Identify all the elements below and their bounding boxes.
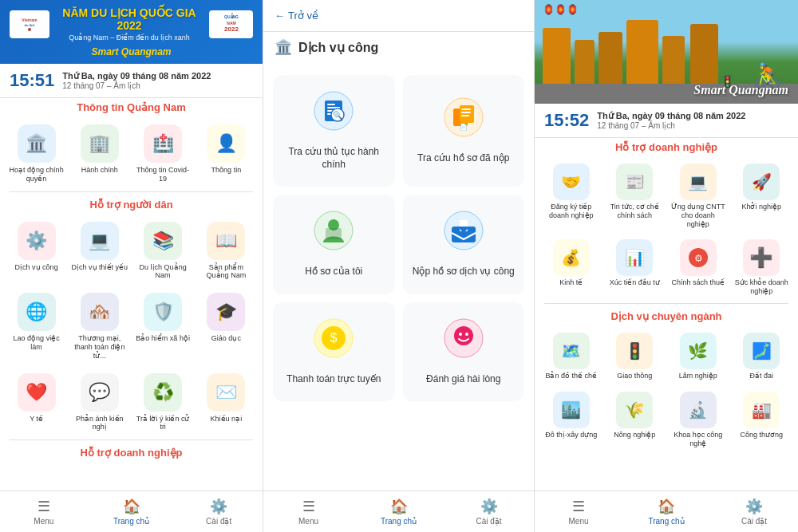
dothi-icon: 🏙️: [553, 392, 590, 428]
list-item[interactable]: 🔬 Khoa học công nghệ: [668, 388, 729, 452]
list-item[interactable]: 💬 Phản ánh kiến nghị: [69, 368, 129, 437]
card-danhgia-label: Đánh giá hài lòng: [426, 373, 500, 386]
list-item[interactable]: 🎓 Giáo dục: [196, 288, 256, 365]
sanpham-icon: 📖: [207, 222, 245, 260]
nav-settings-2[interactable]: ⚙️ Cài đặt: [444, 491, 534, 532]
back-button[interactable]: ← Trở về: [275, 10, 318, 22]
lamnghiep-label: Lâm nghiệp: [679, 372, 717, 380]
list-item[interactable]: 🚦 Giao thông: [605, 329, 666, 384]
panel1-brand: Smart Quangnam: [10, 46, 253, 57]
svg-rect-19: [461, 108, 471, 110]
svg-point-3: [28, 28, 31, 31]
card-nop-hoso-label: Nộp hồ sơ dịch vụ công: [413, 266, 515, 278]
nav-settings-label-1: Cài đặt: [206, 517, 231, 526]
dangky-label: Đăng ký tiếp doanh nghiệp: [543, 203, 600, 220]
nav-settings-1[interactable]: ⚙️ Cài đặt: [175, 491, 263, 532]
list-item[interactable]: 🗺️ Bản đồ thế chế: [541, 329, 602, 384]
list-item[interactable]: ✉️ Khiếu nại: [196, 368, 256, 437]
list-item[interactable]: 💻 Ứng dụng CNTT cho doanh nghiệp: [668, 160, 729, 232]
nav-home-2[interactable]: 🏠 Trang chủ: [354, 491, 444, 532]
dangky-icon: 🤝: [553, 164, 590, 200]
dvc-title-icon: 🏛️: [275, 38, 292, 56]
list-item[interactable]: 🛡️ Bảo hiểm xã hội: [133, 288, 193, 365]
list-item[interactable]: 🌐 Lao động việc làm: [6, 288, 66, 365]
list-item[interactable]: ♻️ Trả lời ý kiến cử tri: [133, 368, 193, 437]
nav-menu-2[interactable]: ☰ Menu: [263, 491, 354, 532]
dulich-label: Du lịch Quảng Nam: [135, 263, 192, 281]
dvc-label: Dịch vụ công: [15, 263, 58, 272]
phananh-label: Phản ánh kiến nghị: [71, 415, 128, 432]
thanhtoan-icon: $: [314, 318, 354, 365]
thong-tin-label: Thông tin: [211, 166, 242, 175]
list-item[interactable]: 📚 Du lịch Quảng Nam: [133, 217, 193, 286]
panel1-time: 15:51: [10, 70, 54, 91]
card-hoso-cuatoi-label: Hồ sơ của tôi: [305, 266, 362, 278]
list-item[interactable]: 🤝 Đăng ký tiếp doanh nghiệp: [541, 160, 602, 232]
list-item[interactable]: 👤 Thông tin: [196, 120, 256, 188]
dulich-icon: 📚: [144, 222, 182, 260]
divider-3: [544, 303, 788, 304]
lantern-decoration: 🏮🏮🏮: [543, 4, 579, 15]
nav-settings-label-3: Cài đặt: [741, 517, 767, 526]
panel-1: Vietnam du lịch NĂM DU LỊCH QUỐC GIA 202…: [0, 0, 263, 532]
card-tracuu-hoso[interactable]: 📄 Tra cứu hồ sơ đã nộp: [403, 75, 525, 187]
list-item[interactable]: ⚙️ Dịch vụ công: [6, 217, 66, 286]
list-item[interactable]: 🏭 Công thương: [732, 388, 792, 452]
section-thong-tin: Thông tin Quảng Nam: [0, 98, 263, 120]
card-thanhtoan-label: Thanh toán trực tuyến: [286, 373, 381, 386]
svg-point-33: [454, 326, 473, 345]
menu-icon-3: ☰: [572, 498, 585, 515]
nav-home-1[interactable]: 🏠 Trang chủ: [88, 491, 176, 532]
khieunai-icon: ✉️: [207, 373, 245, 412]
svg-point-35: [465, 333, 468, 336]
card-tracuu-thutuc[interactable]: 🔍 Tra cứu thủ tục hành chính: [273, 75, 395, 187]
giaoduc-icon: 🎓: [207, 293, 245, 331]
list-item[interactable]: 📰 Tin tức, cơ chế chính sách: [605, 160, 666, 232]
panel3-header-image: 🏮🏮🏮 🚦 🚴 Smart Quangnam: [535, 0, 798, 104]
list-item[interactable]: 🚀 Khởi nghiệp: [732, 160, 792, 232]
list-item[interactable]: ⚙ Chính sách thuế: [668, 235, 729, 300]
tintuc-label: Tin tức, cơ chế chính sách: [606, 203, 664, 220]
kinhte-label: Kinh tế: [559, 278, 583, 287]
main-title-text: NĂM DU LỊCH QUỐC GIA 2022: [49, 6, 209, 32]
panel2-header: ← Trở về: [263, 0, 534, 32]
congthuong-label: Công thương: [740, 431, 783, 439]
divider-2: [10, 439, 253, 440]
list-item[interactable]: 🏛️ Hoạt động chính quyền: [6, 120, 66, 188]
dvchuyennganh-grid: 🗺️ Bản đồ thế chế 🚦 Giao thông 🌿 Lâm ngh…: [535, 329, 798, 451]
list-item[interactable]: 💻 Dịch vụ thiết yếu: [69, 217, 129, 286]
list-item[interactable]: 🌿 Lâm nghiệp: [668, 329, 729, 384]
list-item[interactable]: 🌾 Nông nghiệp: [605, 388, 666, 452]
list-item[interactable]: 🗾 Đất đai: [732, 329, 792, 384]
card-nop-hoso[interactable]: Nộp hồ sơ dịch vụ công: [403, 195, 525, 294]
baohiem-label: Bảo hiểm xã hội: [136, 334, 190, 343]
card-tracuu-hoso-label: Tra cứu hồ sơ đã nộp: [417, 152, 509, 165]
svg-rect-10: [327, 104, 335, 105]
nav-menu-1[interactable]: ☰ Menu: [0, 491, 88, 532]
card-danhgia[interactable]: Đánh giá hài lòng: [403, 302, 525, 402]
list-item[interactable]: 📊 Xúc tiến đầu tư: [605, 235, 666, 300]
list-item[interactable]: 🏢 Hành chính: [69, 120, 129, 188]
dvty-icon: 💻: [81, 222, 119, 260]
list-item[interactable]: ❤️ Y tế: [6, 368, 66, 437]
tintuc-icon: 📰: [616, 164, 653, 200]
panel3-weekday: Thứ Ba, ngày 09 tháng 08 năm 2022: [597, 111, 745, 121]
list-item[interactable]: 🏥 Thông tin Covid-19: [133, 120, 193, 188]
nav-home-3[interactable]: 🏠 Trang chủ: [622, 491, 710, 532]
card-thanhtoan[interactable]: $ Thanh toán trực tuyến: [273, 302, 395, 402]
card-hoso-cuatoi[interactable]: Hồ sơ của tôi: [273, 195, 395, 294]
hotro-dn-grid: 🤝 Đăng ký tiếp doanh nghiệp 📰 Tin tức, c…: [535, 160, 798, 300]
nav-menu-label-2: Menu: [298, 517, 318, 526]
list-item[interactable]: 💰 Kinh tế: [541, 235, 602, 300]
nav-settings-3[interactable]: ⚙️ Cài đặt: [710, 491, 798, 532]
nav-menu-3[interactable]: ☰ Menu: [535, 491, 622, 532]
svg-rect-25: [326, 228, 342, 239]
list-item[interactable]: 🏘️ Thương mại, thanh toán điện tử...: [69, 288, 129, 365]
congthuong-icon: 🏭: [743, 392, 780, 428]
list-item[interactable]: 🏙️ Đô thị-xây dựng: [541, 388, 602, 452]
list-item[interactable]: ➕ Sức khỏe doanh nghiệp: [732, 235, 792, 300]
ho-tro-grid: ⚙️ Dịch vụ công 💻 Dịch vụ thiết yếu 📚 Du…: [0, 217, 263, 437]
panel-2: ← Trở về 🏛️ Dịch vụ công 🔍 Tra cứ: [263, 0, 535, 532]
list-item[interactable]: 📖 Sản phẩm Quảng Nam: [196, 217, 256, 286]
panel1-title-main: NĂM DU LỊCH QUỐC GIA 2022 Quảng Nam – Đi…: [49, 6, 209, 41]
